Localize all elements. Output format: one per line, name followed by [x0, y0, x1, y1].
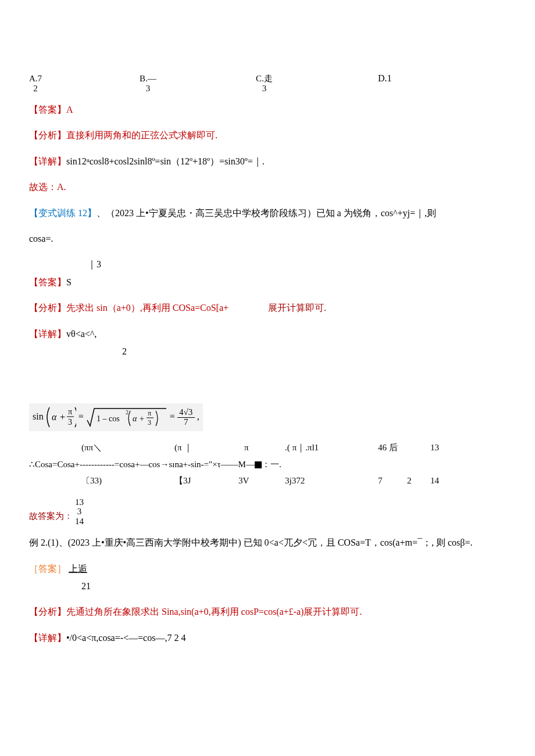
svg-text:2: 2: [126, 409, 129, 415]
formula-sin: sin: [33, 411, 44, 421]
detail-3-text: •/0<a<π,cosa=-<—=cos—,7 2 4: [66, 633, 186, 643]
detail-3-label: 【详解】: [29, 633, 66, 643]
option-c-sub: 3: [262, 84, 267, 94]
choice-1: 故选：A.: [29, 178, 506, 196]
cosa-r3-g: 14: [430, 472, 439, 489]
final-answer-1-top: 13: [75, 497, 84, 507]
final-answer-1-label: 故答案为：: [29, 511, 73, 521]
option-d: D.1: [378, 73, 392, 83]
analysis-3: 【分析】先通过角所在象限求出 Sina,sin(a+0,再利用 cosP=cos…: [29, 603, 506, 621]
option-a: A.7 2: [29, 74, 42, 93]
answer-2-block: ｜3 【答案】S: [29, 256, 506, 291]
detail-2: 【详解】vθ<a<^, 2: [29, 325, 506, 361]
analysis-1-text: 直接利用两角和的正弦公式求解即可.: [66, 130, 217, 140]
formula-rhs-frac: 4√3 7: [177, 408, 195, 427]
answer-3-label: ［答案］: [29, 564, 66, 574]
analysis-2-text2: 展开计算即可.: [268, 303, 326, 313]
analysis-2-text1: 先求出 sin（a+0）,再利用 COSa=CoS[a+: [66, 303, 229, 313]
analysis-2-label: 【分析】: [29, 303, 66, 313]
cosa-r1-d: .( π｜.πl1: [285, 439, 378, 456]
cosa-line: (ππ＼ (π ｜ π .( π｜.πl1 46 后 13 ∴Cosa=Cosa…: [29, 439, 506, 489]
option-c: C.走 3: [256, 74, 273, 93]
cosa-r3-b: 【3J: [174, 472, 238, 489]
cosa-r3-a: 〔33): [81, 472, 174, 489]
variant-12-line2: cosa=.: [29, 230, 506, 248]
option-c-label: C.走: [256, 74, 273, 84]
detail-1-label: 【详解】: [29, 156, 66, 166]
analysis-1-label: 【分析】: [29, 130, 66, 140]
option-b: B.— 3: [140, 74, 156, 93]
formula-rhs-den: 7: [184, 418, 188, 427]
analysis-2: 【分析】先求出 sin（a+0）,再利用 COSa=CoS[a+ 展开计算即可.: [29, 299, 506, 317]
svg-text:+: +: [140, 414, 144, 423]
svg-text:3: 3: [68, 418, 72, 427]
analysis-1: 【分析】直接利用两角和的正弦公式求解即可.: [29, 127, 506, 144]
cosa-r1-e: 46 后: [378, 439, 430, 456]
svg-text:π: π: [68, 407, 72, 416]
analysis-3-text: 先通过角所在象限求出 Sina,sin(a+0,再利用 cosP=cos(a+£…: [66, 607, 362, 617]
cosa-r1-f: 13: [430, 439, 439, 456]
analysis-3-label: 【分析】: [29, 607, 66, 617]
answer-1-value: A: [66, 105, 73, 114]
answer-1: 【答案】A: [29, 101, 506, 119]
formula-eq2: =: [170, 411, 175, 421]
svg-text:1 – cos: 1 – cos: [97, 414, 120, 423]
cosa-r1-a: (ππ＼: [81, 439, 174, 456]
final-answer-1-bot: 14: [75, 517, 84, 526]
svg-text:3: 3: [148, 418, 151, 427]
detail-2-text: vθ<a<^,: [66, 329, 97, 339]
answer-2-pre: ｜3: [29, 256, 506, 273]
cosa-r3-c: 3V: [238, 472, 285, 489]
svg-text:α: α: [133, 414, 137, 423]
paren-open-icon: α + π 3: [46, 406, 76, 428]
answer-3-value: 上逅: [69, 564, 87, 574]
answer-3: ［答案］ 上逅 21: [29, 560, 506, 596]
svg-text:+: +: [60, 412, 65, 422]
detail-1-text: sin12ⁿcosl8+cosl2sinl8º=sin（12º+18º）=sin…: [66, 156, 265, 166]
svg-text:π: π: [148, 409, 151, 417]
cosa-r3-e: 7: [378, 472, 407, 489]
answer-3-sub: 21: [29, 578, 506, 595]
option-a-label: A.7: [29, 74, 42, 84]
formula-image: sin α + π 3 = 1 – cos 2 α + π 3 = 4√3 7: [29, 403, 506, 431]
cosa-r2-tail: ：一.: [262, 460, 281, 469]
cosa-r2: ∴Cosa=Cosa+------------=cosa+—cos→sına+-…: [29, 460, 255, 469]
cosa-r3-d: 3j372: [285, 472, 378, 489]
cosa-r1-b: (π ｜: [174, 439, 244, 456]
answer-2-value: S: [66, 277, 72, 287]
variant-12: 【变式训练 12】、（2023 上•宁夏吴忠・高三吴忠中学校考阶段练习）已知 a…: [29, 205, 506, 222]
detail-2-sub: 2: [29, 343, 506, 360]
final-answer-1-mid: 3: [77, 507, 82, 517]
final-answer-1: 故答案为： 13 3 14: [29, 497, 506, 526]
answer-2-label: 【答案】: [29, 277, 66, 287]
example-2: 例 2.(1)、(2023 上•重庆•高三西南大学附中校考期中) 已知 0<a<…: [29, 534, 506, 551]
detail-2-label: 【详解】: [29, 329, 66, 339]
cosa-r1-c: π: [244, 439, 285, 456]
option-a-sub: 2: [33, 84, 38, 94]
answer-1-label: 【答案】: [29, 105, 66, 114]
black-square-icon: [255, 461, 262, 468]
formula-eq1: =: [79, 411, 84, 421]
variant-12-label: 【变式训练 12】: [29, 208, 97, 218]
sqrt-icon: 1 – cos 2 α + π 3: [86, 405, 167, 429]
option-b-label: B.—: [140, 74, 156, 84]
cosa-r3-f: 2: [407, 472, 430, 489]
variant-12-text1: 、（2023 上•宁夏吴忠・高三吴忠中学校考阶段练习）已知 a 为锐角，cos^…: [97, 208, 436, 218]
detail-3: 【详解】•/0<a<π,cosa=-<—=cos—,7 2 4: [29, 629, 506, 647]
svg-text:α: α: [52, 412, 57, 422]
option-b-sub: 3: [146, 84, 151, 94]
formula-rhs-num: 4√3: [179, 408, 192, 417]
options-row: A.7 2 B.— 3 C.走 3 D.1: [29, 70, 506, 93]
detail-1: 【详解】sin12ⁿcosl8+cosl2sinl8º=sin（12º+18º）…: [29, 153, 506, 170]
